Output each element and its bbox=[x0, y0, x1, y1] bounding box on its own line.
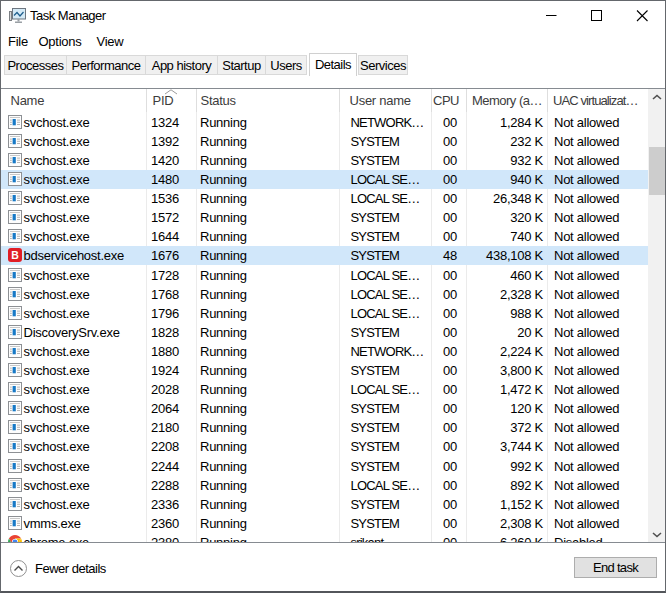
svg-text:B: B bbox=[11, 249, 19, 261]
